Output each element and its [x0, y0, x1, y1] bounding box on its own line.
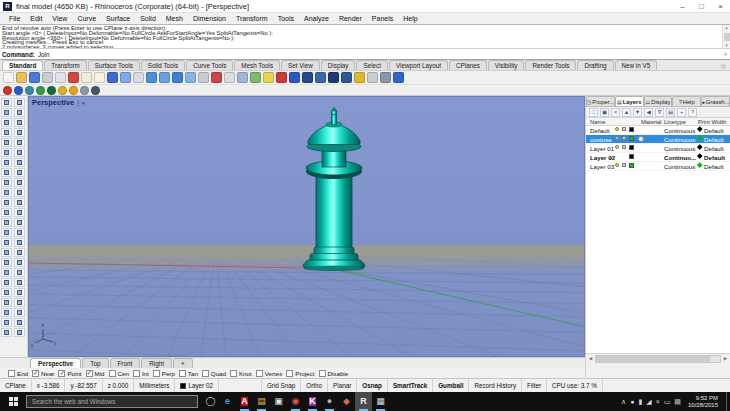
osnap-checkbox[interactable] — [8, 370, 15, 377]
osnap-checkbox[interactable]: ✓ — [86, 370, 93, 377]
status-pane[interactable]: Gumball — [433, 379, 469, 392]
layer-help[interactable]: ? — [688, 108, 697, 117]
osnap-checkbox[interactable] — [179, 370, 186, 377]
layer-lock-icon[interactable] — [622, 136, 626, 140]
pan-view[interactable] — [159, 72, 170, 83]
status-pane[interactable]: CPlane — [0, 379, 32, 392]
layer-lock-icon[interactable] — [622, 127, 626, 131]
undo-view[interactable] — [146, 72, 157, 83]
layer-name[interactable]: Default — [590, 127, 610, 134]
layer-settings[interactable]: + — [677, 108, 686, 117]
menu-item[interactable]: Surface — [101, 15, 135, 22]
open-file[interactable] — [16, 72, 27, 83]
box[interactable] — [1, 218, 12, 227]
layer-print-width[interactable]: Default — [704, 145, 724, 152]
layer-material-icon[interactable] — [638, 136, 644, 142]
lock-objects[interactable] — [315, 72, 326, 83]
raytrace[interactable] — [14, 86, 23, 95]
layer-name[interactable]: Layer 03 — [590, 163, 614, 170]
zoom-window[interactable] — [185, 72, 196, 83]
layer-linetype[interactable]: Continuous — [664, 127, 695, 134]
layer-on-bulb-icon[interactable] — [615, 127, 619, 131]
layer-linetype[interactable]: Continuous — [664, 136, 695, 143]
menu-item[interactable]: Render — [334, 15, 367, 22]
action-center-icon[interactable]: ▭ — [664, 398, 671, 406]
layer-color-swatch[interactable] — [629, 163, 634, 168]
rectangle[interactable] — [14, 148, 25, 157]
safe-frame[interactable] — [80, 86, 89, 95]
minimize-button[interactable]: – — [673, 0, 692, 12]
menu-item[interactable]: View — [47, 15, 72, 22]
perspective-viewport[interactable]: z x y Perspective | ▾ — [28, 96, 585, 357]
object-display-mode[interactable] — [276, 72, 287, 83]
cylinder[interactable] — [1, 228, 12, 237]
osnap-option[interactable]: Int — [133, 370, 149, 377]
layer-lock-icon[interactable] — [622, 145, 626, 149]
surface-planar-curves[interactable] — [14, 178, 25, 187]
show-desktop-button[interactable] — [726, 392, 730, 411]
menu-item[interactable]: Solid — [135, 15, 161, 22]
status-pane[interactable]: Layer 02 — [175, 379, 219, 392]
menu-item[interactable]: Transform — [231, 15, 273, 22]
ellipse[interactable] — [1, 148, 12, 157]
scroll-thumb[interactable] — [724, 33, 730, 41]
wireframe-view[interactable] — [250, 72, 261, 83]
split[interactable] — [14, 268, 25, 277]
surface-3pt[interactable] — [1, 178, 12, 187]
explode[interactable] — [14, 258, 25, 267]
move[interactable] — [1, 298, 12, 307]
layer-row[interactable]: Layer 03 Continuous Default — [586, 162, 730, 171]
layer-row[interactable]: Layer 02 ✓ Continuo... Default — [586, 153, 730, 162]
new-sublayer[interactable]: ▣ — [600, 108, 609, 117]
command-input[interactable]: Join — [38, 51, 50, 58]
layer-lock-icon[interactable] — [622, 163, 626, 167]
rendered-view[interactable] — [263, 72, 274, 83]
menu-item[interactable]: Tools — [273, 15, 299, 22]
battery-icon[interactable]: ▮ — [638, 398, 642, 406]
line-segments[interactable] — [14, 108, 25, 117]
array[interactable] — [14, 318, 25, 327]
tab-layers[interactable]: ▤ Layers — [615, 96, 644, 106]
osnap-checkbox[interactable] — [230, 370, 237, 377]
layer-print-width[interactable]: Default — [704, 127, 724, 134]
sphere[interactable] — [14, 218, 25, 227]
onedrive-icon[interactable]: ● — [630, 398, 634, 405]
zoom-extents[interactable] — [198, 72, 209, 83]
osnap-checkbox[interactable]: ✓ — [58, 370, 65, 377]
osnap-option[interactable]: End — [8, 370, 28, 377]
toolbar-tab[interactable]: Render Tools — [525, 60, 576, 70]
named-views[interactable] — [211, 72, 222, 83]
render-preview[interactable] — [354, 72, 365, 83]
layer-color-swatch[interactable] — [629, 154, 634, 159]
toolbar-tab[interactable]: Drafting — [577, 60, 613, 70]
status-pane[interactable]: SmartTrack — [388, 379, 433, 392]
photos-app[interactable]: ▦ — [372, 392, 389, 411]
sweep-2-rails[interactable] — [14, 198, 25, 207]
hide-objects[interactable] — [289, 72, 300, 83]
column-header-printwidth[interactable]: Print Width — [698, 119, 726, 125]
menu-item[interactable]: Curve — [72, 15, 101, 22]
scroll-up-icon[interactable]: ▲ — [725, 25, 729, 30]
osnap-option[interactable]: Disable — [319, 370, 349, 377]
toolbar-tab[interactable]: Visibility — [488, 60, 525, 70]
menu-item[interactable]: File — [4, 15, 25, 22]
layer-tools[interactable]: ▤ — [666, 108, 675, 117]
viewport-title[interactable]: Perspective | ▾ — [32, 98, 85, 107]
layer-on-bulb-icon[interactable] — [615, 145, 619, 149]
zoom-dynamic[interactable] — [172, 72, 183, 83]
boolean-union[interactable] — [1, 238, 12, 247]
osnap-option[interactable]: ✓ Point — [58, 370, 81, 377]
chamfer-curve[interactable] — [14, 288, 25, 297]
layer-linetype[interactable]: Continuous — [664, 163, 695, 170]
flamingo[interactable] — [36, 86, 45, 95]
turntable[interactable] — [25, 86, 34, 95]
mirror[interactable] — [1, 318, 12, 327]
status-pane[interactable]: Planar — [328, 379, 357, 392]
brazil[interactable] — [58, 86, 67, 95]
menu-item[interactable]: Edit — [25, 15, 47, 22]
viewport-tab[interactable]: Front — [110, 358, 141, 368]
fillet-curve[interactable] — [1, 288, 12, 297]
osnap-checkbox[interactable] — [153, 370, 160, 377]
status-pane[interactable]: Ortho — [301, 379, 328, 392]
osnap-option[interactable]: Knot — [230, 370, 252, 377]
